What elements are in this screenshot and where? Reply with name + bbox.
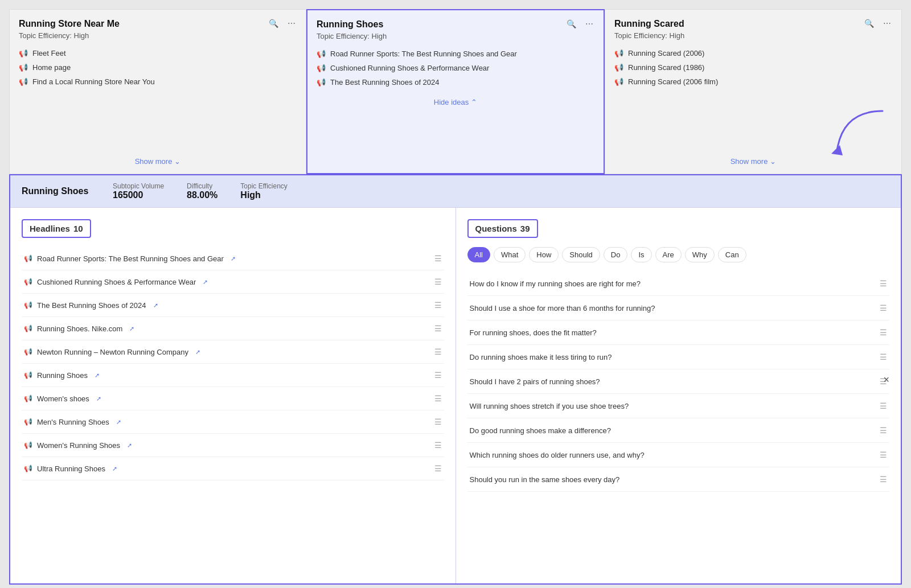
card-right-item-1: 📢 Running Scared (2006)	[614, 49, 892, 57]
filter-tab-is[interactable]: Is	[631, 247, 651, 262]
megaphone-icon: 📢	[24, 441, 32, 449]
card-center-item-3: 📢 The Best Running Shoes of 2024	[317, 78, 594, 87]
external-link-icon[interactable]: ➚	[116, 418, 121, 426]
sort-icon[interactable]: ☰	[880, 303, 887, 312]
card-center-more-btn[interactable]: ⋯	[583, 18, 596, 30]
sort-icon[interactable]: ☰	[434, 371, 442, 380]
panel-header: Running Shoes Subtopic Volume 165000 Dif…	[10, 175, 901, 208]
external-link-icon[interactable]: ➚	[203, 278, 208, 286]
sort-icon[interactable]: ☰	[880, 475, 887, 484]
sort-icon[interactable]: ☰	[434, 277, 442, 286]
list-item: 📢 Cushioned Running Shoes & Performance …	[22, 270, 444, 294]
list-item: 📢 Ultra Running Shoes ➚ ☰	[22, 457, 444, 480]
questions-list: How do I know if my running shoes are ri…	[467, 272, 890, 492]
filter-tab-why[interactable]: Why	[685, 247, 715, 262]
list-item: 📢 Newton Running – Newton Running Compan…	[22, 340, 444, 364]
megaphone-icon: 📢	[24, 278, 32, 286]
sort-icon[interactable]: ☰	[880, 401, 887, 410]
list-item: Do good running shoes make a difference?…	[467, 418, 890, 443]
filter-tab-what[interactable]: What	[494, 247, 526, 262]
list-item: 📢 Women's Running Shoes ➚ ☰	[22, 434, 444, 457]
card-running-shoes: Running Shoes Topic Efficiency: High 🔍 ⋯…	[306, 9, 605, 174]
external-link-icon[interactable]: ➚	[96, 395, 101, 402]
meta-topic-efficiency: Topic Efficiency High	[240, 182, 287, 200]
list-item: 📢 The Best Running Shoes of 2024 ➚ ☰	[22, 294, 444, 317]
megaphone-icon: 📢	[317, 64, 326, 72]
show-more-left[interactable]: Show more ⌄	[10, 157, 306, 166]
card-left-item-1: 📢 Fleet Feet	[19, 49, 297, 57]
filter-tab-all[interactable]: All	[467, 247, 490, 262]
list-item: 📢 Men's Running Shoes ➚ ☰	[22, 410, 444, 434]
sort-icon[interactable]: ☰	[880, 426, 887, 435]
external-link-icon[interactable]: ➚	[153, 302, 158, 309]
filter-tab-should[interactable]: Should	[562, 247, 600, 262]
headlines-list: 📢 Road Runner Sports: The Best Running S…	[22, 247, 444, 480]
external-link-icon[interactable]: ➚	[95, 372, 100, 379]
sort-icon[interactable]: ☰	[880, 279, 887, 288]
megaphone-icon: 📢	[19, 63, 28, 72]
megaphone-icon: 📢	[614, 63, 623, 72]
sort-icon[interactable]: ☰	[880, 450, 887, 459]
card-right-search-btn[interactable]: 🔍	[862, 18, 876, 29]
megaphone-icon: 📢	[24, 348, 32, 356]
sort-icon[interactable]: ☰	[434, 301, 442, 310]
sort-icon[interactable]: ☰	[880, 328, 887, 337]
sort-icon[interactable]: ☰	[434, 347, 442, 356]
list-item: Which running shoes do older runners use…	[467, 443, 890, 467]
list-item: Should you run in the same shoes every d…	[467, 467, 890, 492]
bottom-panel: Running Shoes Subtopic Volume 165000 Dif…	[9, 174, 902, 585]
megaphone-icon: 📢	[24, 301, 32, 309]
sort-icon[interactable]: ☰	[880, 352, 887, 361]
sort-icon[interactable]: ☰	[434, 417, 442, 426]
megaphone-icon: 📢	[24, 371, 32, 379]
external-link-icon[interactable]: ➚	[129, 325, 134, 332]
sort-icon[interactable]: ☰	[434, 324, 442, 333]
card-center-item-2: 📢 Cushioned Running Shoes & Performance …	[317, 64, 594, 72]
card-center-actions: 🔍 ⋯	[564, 18, 596, 30]
card-center-search-btn[interactable]: 🔍	[564, 18, 578, 30]
meta-difficulty: Difficulty 88.00%	[187, 182, 218, 200]
hide-ideas-btn[interactable]: Hide ideas ⌃	[317, 98, 594, 106]
sort-icon[interactable]: ☰	[434, 441, 442, 450]
card-right-actions: 🔍 ⋯	[862, 18, 893, 29]
card-left-search-btn[interactable]: 🔍	[266, 18, 281, 29]
arrow-annotation	[826, 105, 894, 164]
filter-tab-do[interactable]: Do	[604, 247, 628, 262]
list-item: How do I know if my running shoes are ri…	[467, 272, 890, 296]
card-running-store: Running Store Near Me Topic Efficiency: …	[9, 9, 306, 174]
filter-tab-are[interactable]: Are	[655, 247, 682, 262]
list-item: Will running shoes stretch if you use sh…	[467, 394, 890, 418]
external-link-icon[interactable]: ➚	[231, 255, 236, 262]
sort-icon[interactable]: ☰	[434, 254, 442, 263]
sort-icon[interactable]: ☰	[434, 464, 442, 473]
card-right-more-btn[interactable]: ⋯	[881, 18, 893, 29]
megaphone-icon: 📢	[19, 49, 28, 57]
external-link-icon[interactable]: ➚	[127, 442, 132, 449]
panel-title: Running Shoes	[22, 186, 90, 196]
megaphone-icon: 📢	[24, 394, 32, 402]
card-left-item-3: 📢 Find a Local Running Store Near You	[19, 77, 297, 86]
card-right-item-3: 📢 Running Scared (2006 film)	[614, 77, 892, 86]
list-item: Should I have 2 pairs of running shoes? …	[467, 369, 890, 394]
list-item: 📢 Women's shoes ➚ ☰	[22, 387, 444, 410]
card-right-subtitle: Topic Efficiency: High	[614, 31, 892, 40]
list-item: 📢 Running Shoes ➚ ☰	[22, 364, 444, 387]
megaphone-icon: 📢	[317, 50, 326, 58]
sort-icon[interactable]: ☰	[434, 394, 442, 403]
card-right-title: Running Scared	[614, 19, 892, 29]
cards-row: Running Store Near Me Topic Efficiency: …	[9, 9, 902, 174]
filter-tab-how[interactable]: How	[529, 247, 559, 262]
questions-section-title: Questions 39	[467, 219, 538, 238]
list-item: 📢 Running Shoes. Nike.com ➚ ☰	[22, 317, 444, 340]
megaphone-icon: 📢	[317, 78, 326, 87]
list-item: Do running shoes make it less tiring to …	[467, 345, 890, 369]
filter-tab-can[interactable]: Can	[718, 247, 746, 262]
external-link-icon[interactable]: ➚	[112, 465, 117, 472]
headlines-column: Headlines 10 📢 Road Runner Sports: The B…	[10, 208, 456, 583]
headlines-section-title: Headlines 10	[22, 219, 91, 238]
megaphone-icon: 📢	[614, 49, 623, 57]
megaphone-icon: 📢	[24, 418, 32, 426]
card-left-more-btn[interactable]: ⋯	[285, 18, 298, 29]
close-panel-button[interactable]: ×	[883, 373, 889, 385]
external-link-icon[interactable]: ➚	[195, 348, 200, 356]
